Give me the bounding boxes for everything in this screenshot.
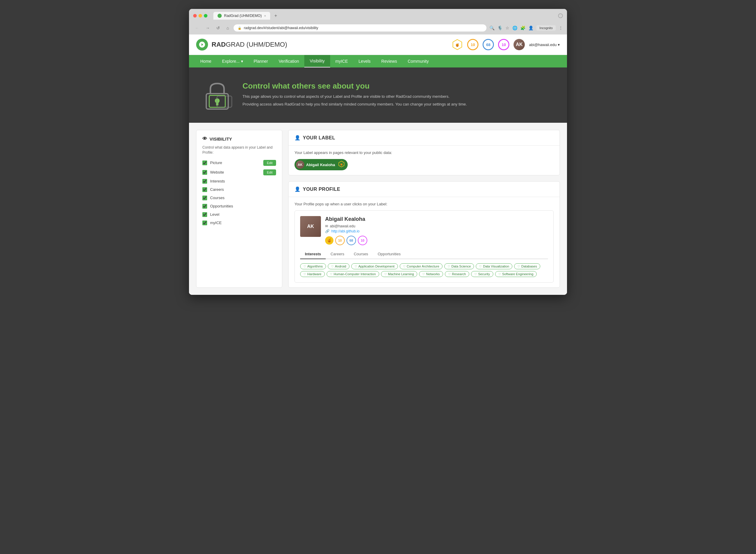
- interest-tag[interactable]: ♡Security: [471, 271, 493, 277]
- browser-actions: 🔍 🎙️ ☆ 🌐 🧩 👤 Incognito ⋮: [489, 25, 563, 31]
- dropdown-chevron: ▾: [558, 43, 560, 47]
- courses-checkbox[interactable]: [202, 196, 207, 200]
- your-profile-card: 👤 YOUR PROFILE Your Profile pops up when…: [288, 181, 560, 288]
- bookmark-icon[interactable]: ☆: [506, 25, 509, 30]
- heart-icon: ♡: [517, 265, 520, 268]
- media-icon[interactable]: 🎙️: [498, 25, 503, 30]
- ice-i-badge: 10: [467, 39, 478, 50]
- logo-normal: GRAD (UHM/DEMO): [226, 41, 287, 48]
- tab-close-btn[interactable]: ×: [264, 14, 266, 17]
- heart-icon: ♡: [384, 273, 387, 276]
- user-dropdown[interactable]: abi@hawaii.edu ▾: [529, 43, 560, 47]
- hero-lock-icon: [201, 78, 234, 112]
- sidebar-title: 👁 VISIBILITY: [202, 136, 276, 142]
- browser-addressbar: ← → ↺ ⌂ 🔒 radgrad.dev/#/student/abi@hawa…: [189, 22, 567, 35]
- heart-icon: ♡: [498, 273, 501, 276]
- picture-checkbox[interactable]: [202, 161, 207, 165]
- nav-myice[interactable]: myICE: [330, 55, 353, 67]
- sidebar-item-level: Level: [202, 212, 276, 217]
- profile-email: abi@hawaii.edu: [330, 224, 355, 228]
- logo-bold: RAD: [212, 41, 226, 48]
- home-button[interactable]: ⌂: [225, 25, 231, 31]
- content-area: 👤 YOUR LABEL Your Label appears in pages…: [288, 130, 560, 288]
- interest-tag[interactable]: ♡Computer Architecture: [400, 263, 443, 269]
- nav-community[interactable]: Community: [402, 55, 434, 67]
- tab-opportunities[interactable]: Opportunities: [373, 250, 405, 259]
- tab-interests[interactable]: Interests: [300, 250, 326, 259]
- profile-card-inner: AK Abigail Kealoha ✉ abi@hawaii.edu: [294, 210, 554, 283]
- interest-tag[interactable]: ♡Android: [328, 263, 349, 269]
- person-icon: 👤: [294, 135, 300, 141]
- nav-planner[interactable]: Planner: [248, 55, 273, 67]
- interest-tag[interactable]: ♡Networks: [419, 271, 443, 277]
- tab-courses[interactable]: Courses: [349, 250, 373, 259]
- incognito-button[interactable]: Incognito: [536, 25, 556, 31]
- tab-careers[interactable]: Careers: [326, 250, 349, 259]
- interest-tag[interactable]: ♡Algorithms: [300, 263, 326, 269]
- profile-ice-i: 10: [335, 236, 345, 245]
- profile-card-body: Your Profile pops up when a user clicks …: [289, 197, 560, 287]
- heart-icon: ♡: [474, 273, 477, 276]
- level-badge: 🍯: [452, 39, 463, 50]
- interest-tag[interactable]: ♡Research: [445, 271, 469, 277]
- interest-tag[interactable]: ♡Software Engineering: [495, 271, 537, 277]
- sidebar-item-courses: Courses: [202, 196, 276, 200]
- search-icon[interactable]: 🔍: [489, 25, 495, 30]
- explore-chevron: ▾: [241, 59, 243, 64]
- website-edit-button[interactable]: Edit: [263, 169, 276, 175]
- menu-icon[interactable]: ⋮: [559, 25, 563, 30]
- label-preview: AK Abigail Kealoha 🍯: [294, 159, 348, 170]
- profile-website[interactable]: http://abi.github.io: [331, 229, 360, 233]
- dot-maximize[interactable]: [204, 14, 208, 17]
- profile-card-desc: Your Profile pops up when a user clicks …: [294, 202, 554, 206]
- account-icon[interactable]: 👤: [528, 25, 533, 30]
- nav-verification[interactable]: Verification: [273, 55, 304, 67]
- sidebar-item-myice: myICE: [202, 221, 276, 225]
- browser-tab-active[interactable]: RadGrad (UHM/DEMO) ×: [213, 12, 270, 19]
- profile-ice-c-val: 68: [349, 239, 353, 242]
- browser-window: RadGrad (UHM/DEMO) × + ♡ ← → ↺ ⌂ 🔒 radgr…: [189, 9, 567, 295]
- sidebar-item-picture: Picture Edit: [202, 160, 276, 166]
- myice-checkbox[interactable]: [202, 221, 207, 225]
- interest-tag[interactable]: ♡Data Science: [444, 263, 474, 269]
- interests-checkbox[interactable]: [202, 179, 207, 184]
- puzzle-icon[interactable]: 🧩: [520, 25, 525, 30]
- label-honeycomb-icon: 🍯: [338, 161, 345, 169]
- svg-text:🍯: 🍯: [455, 43, 459, 47]
- forward-button[interactable]: →: [204, 25, 212, 31]
- nav-levels[interactable]: Levels: [353, 55, 376, 67]
- level-label: Level: [210, 212, 276, 217]
- interest-tag[interactable]: ♡Application Development: [351, 263, 398, 269]
- picture-edit-button[interactable]: Edit: [263, 160, 276, 166]
- browser-extension-icon: ♡: [558, 13, 563, 18]
- heart-icon: ♡: [403, 265, 406, 268]
- nav-reviews[interactable]: Reviews: [376, 55, 402, 67]
- new-tab-button[interactable]: +: [272, 12, 279, 19]
- level-checkbox[interactable]: [202, 212, 207, 217]
- app-nav: Home Explore... ▾ Planner Verification V…: [189, 55, 567, 67]
- ice-e-badge: 10: [498, 39, 509, 50]
- dot-close[interactable]: [193, 14, 197, 17]
- interest-tag[interactable]: ♡Human-Computer Interaction: [327, 271, 379, 277]
- nav-explore[interactable]: Explore... ▾: [217, 55, 248, 67]
- logo-text: RADGRAD (UHM/DEMO): [212, 41, 287, 48]
- interest-tag[interactable]: ♡Machine Learning: [381, 271, 417, 277]
- opportunities-checkbox[interactable]: [202, 204, 207, 209]
- back-button[interactable]: ←: [193, 25, 201, 31]
- label-username: Abigail Kealoha: [306, 163, 335, 167]
- translate-icon[interactable]: 🌐: [512, 25, 517, 30]
- website-checkbox[interactable]: [202, 170, 207, 175]
- label-card-body: Your Label appears in pages relevant to …: [289, 146, 560, 175]
- dot-minimize[interactable]: [198, 14, 202, 17]
- reload-button[interactable]: ↺: [215, 25, 222, 31]
- interest-tag[interactable]: ♡Hardware: [300, 271, 325, 277]
- nav-visibility[interactable]: Visibility: [304, 55, 330, 67]
- interest-tag[interactable]: ♡Databases: [514, 263, 540, 269]
- profile-badges: 🍯 10 68 10: [325, 236, 367, 245]
- interest-tag[interactable]: ♡Data Visualization: [476, 263, 512, 269]
- nav-home[interactable]: Home: [195, 55, 217, 67]
- address-bar[interactable]: 🔒 radgrad.dev/#/student/abi@hawaii.edu/v…: [234, 24, 486, 32]
- label-avatar: AK: [296, 161, 304, 169]
- careers-checkbox[interactable]: [202, 187, 207, 192]
- avatar-placeholder: AK: [514, 39, 525, 50]
